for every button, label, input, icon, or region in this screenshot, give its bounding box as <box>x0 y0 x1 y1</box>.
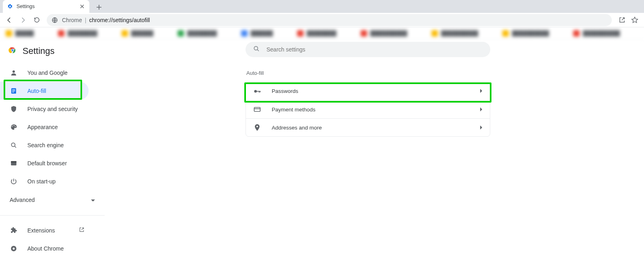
svg-point-4 <box>12 70 15 73</box>
svg-rect-20 <box>256 91 260 92</box>
palette-icon <box>10 123 18 131</box>
main-content: Auto-fill Passwords Payment methods Ad <box>246 42 490 137</box>
person-icon <box>10 69 18 77</box>
bookmark-star-button[interactable] <box>629 14 641 26</box>
row-label: Addresses and more <box>272 125 322 131</box>
advanced-label: Advanced <box>10 197 35 203</box>
sidebar-item-privacy[interactable]: Privacy and security <box>0 100 105 118</box>
location-icon <box>253 123 261 132</box>
new-tab-button[interactable] <box>93 2 105 13</box>
chevron-down-icon <box>91 197 95 203</box>
sidebar-item-you-and-google[interactable]: You and Google <box>0 64 105 82</box>
sidebar-item-default-browser[interactable]: Default browser <box>0 154 105 172</box>
autofill-card: Passwords Payment methods Addresses and … <box>246 82 490 137</box>
svg-point-13 <box>11 143 15 146</box>
search-input[interactable] <box>266 46 483 53</box>
search-icon <box>10 141 18 149</box>
browser-toolbar: Chrome | chrome://settings/autofill <box>0 13 644 27</box>
svg-point-18 <box>254 46 258 50</box>
address-bar[interactable]: Chrome | chrome://settings/autofill <box>47 14 612 26</box>
sidebar-item-label: Auto-fill <box>27 88 46 94</box>
forward-button[interactable] <box>17 14 29 26</box>
share-button[interactable] <box>616 14 628 26</box>
svg-point-9 <box>12 126 12 127</box>
tab-title: Settings <box>17 4 79 9</box>
key-icon <box>253 87 261 95</box>
tab-strip: Settings <box>0 0 644 13</box>
sidebar-item-about[interactable]: About Chrome <box>0 239 105 255</box>
svg-point-19 <box>254 90 257 93</box>
search-icon <box>253 45 260 54</box>
svg-point-11 <box>14 125 15 126</box>
search-settings[interactable] <box>246 42 490 57</box>
back-button[interactable] <box>3 14 15 26</box>
extension-icon <box>10 226 18 234</box>
site-info-icon[interactable] <box>52 17 58 23</box>
row-addresses[interactable]: Addresses and more <box>246 118 490 136</box>
row-passwords[interactable]: Passwords <box>246 82 490 100</box>
autofill-icon <box>10 87 18 95</box>
sidebar-item-search-engine[interactable]: Search engine <box>0 136 105 154</box>
row-label: Payment methods <box>272 107 316 113</box>
sidebar-item-startup[interactable]: On start-up <box>0 172 105 190</box>
sidebar-item-label: Extensions <box>27 227 55 234</box>
shield-icon <box>10 105 18 113</box>
chrome-icon <box>10 245 18 253</box>
sidebar-advanced-toggle[interactable]: Advanced <box>0 190 105 210</box>
section-title: Auto-fill <box>246 70 490 76</box>
sidebar-header: Settings <box>0 46 105 64</box>
omnibox-separator: | <box>85 17 87 23</box>
browser-tab-settings[interactable]: Settings <box>3 0 89 13</box>
sidebar-item-label: Privacy and security <box>27 106 78 112</box>
row-label: Passwords <box>272 88 298 94</box>
sidebar-item-label: On start-up <box>27 178 56 185</box>
settings-sidebar: Settings You and Google Auto-fill Privac… <box>0 39 105 255</box>
credit-card-icon <box>253 105 261 113</box>
svg-rect-23 <box>254 107 260 111</box>
sidebar-item-label: Appearance <box>27 124 58 130</box>
close-icon[interactable] <box>79 3 85 10</box>
browser-icon <box>10 159 18 167</box>
sidebar-item-label: You and Google <box>27 70 68 76</box>
svg-rect-8 <box>12 92 14 93</box>
omnibox-url: chrome://settings/autofill <box>89 17 150 23</box>
chevron-right-icon <box>480 125 483 131</box>
sidebar-item-autofill[interactable]: Auto-fill <box>0 82 105 100</box>
gear-icon <box>7 3 13 10</box>
sidebar-item-label: About Chrome <box>27 245 64 252</box>
chevron-right-icon <box>480 107 483 113</box>
chrome-logo-icon <box>8 46 17 56</box>
sidebar-item-label: Search engine <box>27 142 64 148</box>
reload-button[interactable] <box>31 14 43 26</box>
svg-point-17 <box>12 247 14 249</box>
svg-rect-21 <box>259 91 260 93</box>
sidebar-item-label: Default browser <box>27 160 67 167</box>
omnibox-origin: Chrome <box>62 17 82 23</box>
power-icon <box>10 177 18 185</box>
svg-rect-22 <box>260 91 261 92</box>
page-title: Settings <box>23 46 55 56</box>
svg-point-12 <box>15 126 16 127</box>
sidebar-item-extensions[interactable]: Extensions <box>0 221 105 239</box>
svg-point-10 <box>13 125 14 126</box>
open-in-new-icon <box>79 227 85 234</box>
row-payment-methods[interactable]: Payment methods <box>246 100 490 118</box>
chevron-right-icon <box>480 88 483 94</box>
svg-rect-6 <box>12 89 15 90</box>
sidebar-item-appearance[interactable]: Appearance <box>0 118 105 136</box>
svg-rect-7 <box>12 90 15 91</box>
bookmarks-bar: █████ ████████ ██████ ████████ ██████ ██… <box>0 27 644 39</box>
svg-rect-15 <box>11 161 17 162</box>
